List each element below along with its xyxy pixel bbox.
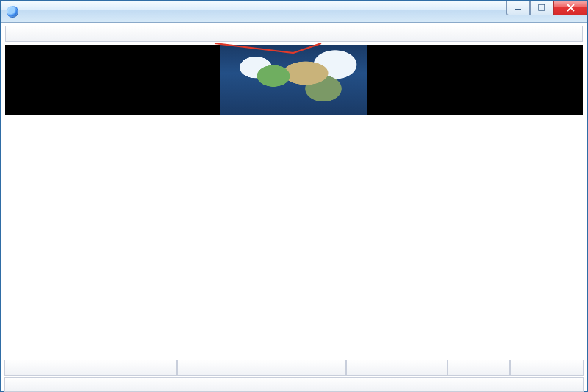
status-coordinates	[346, 360, 448, 376]
status-date	[510, 360, 584, 376]
minimize-icon	[514, 4, 523, 12]
menu-window[interactable]	[44, 32, 56, 35]
close-button[interactable]	[553, 1, 587, 15]
world-map[interactable]	[5, 45, 583, 115]
menu-file[interactable]	[9, 32, 21, 35]
menubar	[5, 26, 583, 42]
status-location	[4, 360, 177, 376]
maximize-icon	[538, 4, 546, 12]
close-icon	[566, 4, 576, 12]
titlebar	[1, 1, 587, 23]
status-download	[177, 360, 346, 376]
content-area	[1, 45, 587, 115]
metar-bar	[4, 377, 584, 392]
world-map-image	[220, 45, 368, 115]
app-icon	[7, 6, 18, 18]
svg-rect-0	[515, 9, 521, 10]
window-buttons	[506, 1, 587, 15]
status-bar	[4, 360, 584, 376]
menu-edit[interactable]	[21, 32, 32, 35]
svg-rect-1	[539, 4, 545, 10]
status-time	[448, 360, 510, 376]
maximize-button[interactable]	[530, 1, 553, 15]
menu-help[interactable]	[56, 32, 68, 35]
menu-view[interactable]	[32, 32, 44, 35]
minimize-button[interactable]	[506, 1, 530, 15]
